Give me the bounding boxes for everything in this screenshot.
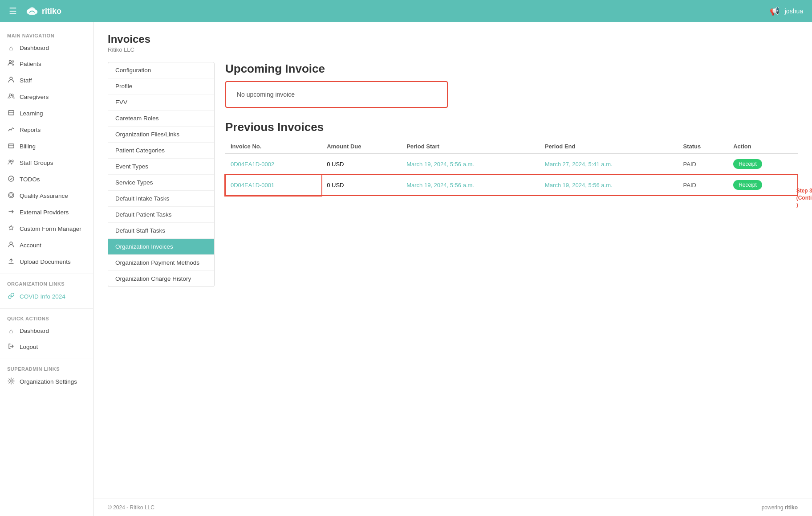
previous-invoices-title: Previous Invoices [225,120,798,134]
svg-rect-9 [8,111,14,115]
sidebar-item-staff[interactable]: Staff [0,72,93,89]
page-title: Invoices [108,33,798,45]
page-subtitle: Ritiko LLC [108,46,798,53]
config-menu-configuration[interactable]: Configuration Step 3 ← [108,62,214,78]
logo-text: ritiko [42,7,61,16]
config-menu-event-types[interactable]: Event Types [108,159,214,175]
sidebar-item-upload-documents[interactable]: Upload Documents [0,254,93,270]
sidebar-item-quality-assurance[interactable]: Quality Assurance [0,188,93,204]
content-inner: Invoices Ritiko LLC Configuration Step 3… [93,22,812,499]
sidebar-item-label: Billing [20,143,36,150]
upload-icon [7,258,15,266]
receipt-button[interactable]: Receipt [733,159,762,169]
topnav-menu-icon[interactable]: ☰ [9,6,17,16]
account-icon [7,241,15,250]
col-status: Status [678,139,728,154]
invoice-link[interactable]: 0D04EA1D-0001 [231,182,274,188]
sidebar-item-label: Staff [20,77,32,84]
divider [0,274,93,274]
billing-icon [7,142,15,151]
col-invoice-no: Invoice No. [225,139,321,154]
svg-point-14 [8,192,14,198]
sidebar-item-learning[interactable]: Learning [0,105,93,122]
sidebar-item-external-providers[interactable]: External Providers [0,204,93,221]
svg-point-6 [10,77,12,80]
config-menu-patient-categories[interactable]: Patient Categories [108,143,214,159]
status-cell: PAID [678,154,728,175]
config-menu-profile[interactable]: Profile [108,78,214,94]
config-menu-default-patient-tasks[interactable]: Default Patient Tasks [108,207,214,223]
sidebar-item-label: Upload Documents [20,258,71,265]
config-menu-item-label: Organization Charge History [115,275,191,282]
sidebar-item-account[interactable]: Account [0,237,93,254]
sidebar-item-label: TODOs [20,176,40,183]
sidebar-item-staff-groups[interactable]: Staff Groups [0,155,93,171]
config-menu-item-label: Default Intake Tasks [115,195,169,202]
sidebar-item-todos[interactable]: TODOs [0,171,93,188]
sidebar-item-label: Reports [20,127,41,133]
content-body: Configuration Step 3 ← Profile EVV Caret… [108,62,798,287]
svg-point-8 [12,94,13,96]
sidebar-item-label: Account [20,242,41,249]
sidebar-item-billing[interactable]: Billing [0,138,93,155]
period-end-cell: March 27, 2024, 5:41 a.m. [540,154,678,175]
user-name: joshua [785,8,803,15]
col-period-end: Period End [540,139,678,154]
topnav-right: 📢 joshua [770,6,803,16]
notification-icon[interactable]: 📢 [770,6,780,16]
config-menu-item-label: EVV [115,99,127,106]
sidebar-item-label: COVID Info 2024 [20,293,65,300]
footer-powering: powering ritiko [762,504,798,511]
svg-point-13 [8,176,14,181]
sidebar-item-dashboard[interactable]: ⌂ Dashboard [0,40,93,56]
config-menu-org-files[interactable]: Organization Files/Links [108,127,214,143]
sidebar-item-caregivers[interactable]: Caregivers [0,89,93,105]
config-menu-item-label: Organization Files/Links [115,131,179,138]
external-providers-icon [7,208,15,217]
sidebar-item-logout[interactable]: Logout [0,339,93,355]
config-menu-org-invoices[interactable]: Organization Invoices [108,239,214,255]
svg-point-7 [9,94,12,96]
sidebar-item-label: Logout [20,344,38,350]
sidebar-item-label: Patients [20,61,41,67]
qa-home-icon: ⌂ [7,327,15,335]
table-row: 0D04EA1D-00010 USDMarch 19, 2024, 5:56 a… [225,175,798,196]
sidebar-item-label: Caregivers [20,94,49,100]
svg-point-12 [12,160,13,162]
config-menu-org-payment-methods[interactable]: Organization Payment Methods [108,255,214,271]
config-menu-default-intake-tasks[interactable]: Default Intake Tasks [108,191,214,207]
config-menu-item-label: Profile [115,83,132,90]
footer: © 2024 - Ritiko LLC powering ritiko [93,499,812,516]
config-menu-evv[interactable]: EVV [108,94,214,111]
config-menu-service-types[interactable]: Service Types [108,175,214,191]
invoice-link[interactable]: 0D04EA1D-0002 [231,161,274,168]
upcoming-invoice-message: No upcoming invoice [237,91,295,98]
sidebar-item-qa-dashboard[interactable]: ⌂ Dashboard [0,323,93,339]
receipt-button[interactable]: Receipt [733,180,762,190]
invoices-content: Upcoming Invoice No upcoming invoice Pre… [225,62,798,287]
svg-point-15 [10,194,12,197]
sidebar-item-custom-form-manager[interactable]: Custom Form Manager [0,221,93,237]
amount-due-cell: 0 USD [321,154,401,175]
config-menu-default-staff-tasks[interactable]: Default Staff Tasks [108,223,214,239]
sidebar-item-org-settings[interactable]: Organization Settings [0,373,93,390]
home-icon: ⌂ [7,44,15,52]
upcoming-invoice-box: No upcoming invoice [225,81,448,108]
staff-icon [7,76,15,85]
config-menu-org-charge-history[interactable]: Organization Charge History [108,271,214,287]
table-row: 0D04EA1D-00020 USDMarch 19, 2024, 5:56 a… [225,154,798,175]
sidebar-item-patients[interactable]: Patients [0,56,93,72]
config-menu-careteam-roles[interactable]: Careteam Roles [108,111,214,127]
sidebar-item-label: Quality Assurance [20,192,68,199]
period-end-cell: March 19, 2024, 5:56 a.m. [540,175,678,196]
config-menu-item-label: Careteam Roles [115,115,159,122]
sidebar-item-covid-info[interactable]: COVID Info 2024 [0,288,93,305]
period-start-cell: March 19, 2024, 5:56 a.m. [401,154,540,175]
patients-icon [7,60,15,68]
sidebar-item-label: Staff Groups [20,160,53,166]
sidebar-item-reports[interactable]: Reports [0,122,93,138]
amount-due-cell: 0 USD [321,175,401,196]
config-menu: Configuration Step 3 ← Profile EVV Caret… [108,62,215,287]
link-icon [7,292,15,301]
settings-icon [7,377,15,386]
